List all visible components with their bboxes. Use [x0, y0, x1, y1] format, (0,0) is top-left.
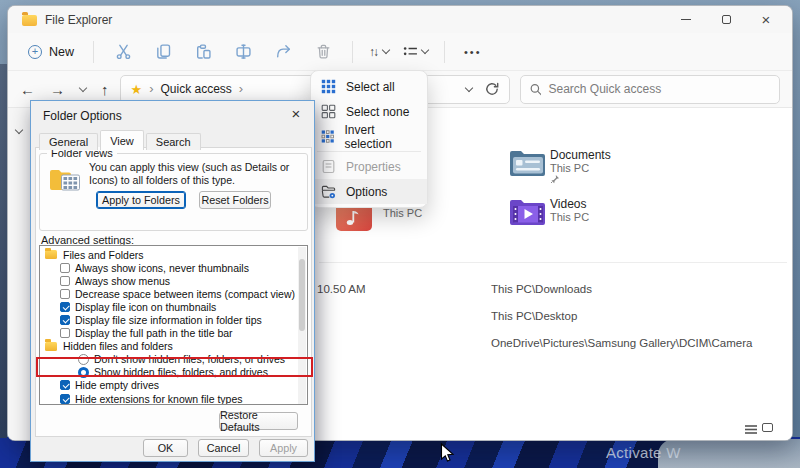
see-more-button[interactable]: ••• — [454, 46, 492, 58]
apply-button[interactable]: Apply — [259, 439, 308, 457]
setting-row[interactable]: Hide extensions for known file types — [40, 392, 307, 405]
videos-folder-icon[interactable] — [509, 196, 547, 226]
breadcrumb-chevron[interactable]: › — [239, 81, 243, 96]
advanced-settings-list[interactable]: Files and Folders Always show icons, nev… — [39, 245, 308, 405]
forward-button[interactable]: → — [50, 81, 65, 98]
apply-to-folders-button[interactable]: Apply to Folders — [96, 191, 186, 209]
search-box[interactable] — [520, 75, 781, 104]
setting-row[interactable]: Display the full path in the title bar — [40, 327, 307, 340]
search-icon — [530, 83, 542, 96]
folder-views-description: You can apply this view (such as Details… — [89, 161, 299, 186]
divider — [352, 41, 353, 63]
settings-group: Hidden files and folders — [40, 340, 307, 353]
divider — [93, 41, 94, 63]
copy-button[interactable] — [143, 36, 183, 68]
tab-view[interactable]: View — [100, 130, 144, 150]
recent-item-path[interactable]: OneDrive\Pictures\Samsung Gallery\DCIM\C… — [491, 337, 752, 349]
dialog-close-button[interactable]: × — [286, 105, 306, 122]
setting-row[interactable]: Decrease space between items (compact vi… — [40, 287, 307, 300]
mouse-cursor — [440, 443, 455, 464]
cancel-button[interactable]: Cancel — [198, 439, 249, 457]
checkbox-icon[interactable] — [60, 302, 70, 312]
setting-row[interactable]: Always show icons, never thumbnails — [40, 261, 307, 274]
menu-item-options[interactable]: Options — [311, 179, 427, 204]
divider — [444, 41, 445, 63]
nav-buttons: ← → ↑ — [20, 81, 109, 98]
checkbox-icon[interactable] — [60, 263, 70, 273]
back-button[interactable]: ← — [20, 81, 35, 98]
cut-button[interactable] — [103, 36, 143, 68]
tab-search[interactable]: Search — [146, 133, 201, 150]
maximize-button[interactable] — [706, 7, 746, 33]
desktop-edge — [0, 64, 7, 438]
recent-item-path[interactable]: This PC\Desktop — [491, 310, 577, 322]
share-button[interactable] — [263, 36, 303, 68]
menu-item-label: Select none — [346, 105, 409, 119]
up-button[interactable]: ↑ — [101, 81, 109, 98]
music-tile-location: This PC — [383, 207, 422, 219]
select-none-icon — [321, 104, 336, 119]
thumbnail-view-toggle[interactable] — [762, 423, 773, 432]
reset-folders-button[interactable]: Reset Folders — [199, 191, 271, 209]
menu-item-label: Invert selection — [344, 123, 417, 151]
setting-row[interactable]: Display file size information in folder … — [40, 313, 307, 326]
videos-tile-name[interactable]: Videos — [550, 197, 586, 211]
breadcrumb-location[interactable]: Quick access — [161, 82, 232, 96]
paste-button[interactable] — [183, 36, 223, 68]
list-scrollbar[interactable] — [298, 247, 306, 405]
scrollbar-thumb[interactable] — [299, 259, 305, 331]
plus-icon: + — [28, 45, 42, 59]
checkbox-icon[interactable] — [60, 315, 70, 325]
rename-button[interactable] — [223, 36, 263, 68]
options-icon — [321, 184, 336, 199]
tab-general[interactable]: General — [39, 133, 98, 150]
recent-locations-chevron[interactable] — [79, 83, 87, 91]
setting-label: Hide extensions for known file types — [75, 393, 243, 405]
close-button[interactable]: × — [746, 7, 786, 33]
ok-button[interactable]: OK — [143, 439, 188, 457]
details-view-toggle[interactable] — [745, 424, 757, 435]
checkbox-icon[interactable] — [60, 328, 70, 338]
documents-folder-icon[interactable] — [509, 147, 547, 177]
menu-separator — [317, 151, 421, 152]
setting-label: Decrease space between items (compact vi… — [75, 288, 295, 300]
setting-label: Display file icon on thumbnails — [75, 301, 216, 313]
address-bar-controls — [466, 82, 499, 96]
view-button[interactable] — [396, 36, 435, 68]
refresh-icon[interactable] — [485, 82, 499, 96]
menu-item-select-none[interactable]: Select none — [311, 99, 427, 124]
invert-selection-icon — [321, 129, 334, 144]
folder-icon — [45, 250, 57, 259]
checkbox-icon[interactable] — [60, 380, 70, 390]
documents-tile-name[interactable]: Documents — [550, 148, 611, 162]
address-dropdown-chevron[interactable] — [464, 83, 472, 91]
setting-row[interactable]: Always show menus — [40, 274, 307, 287]
setting-row[interactable]: Hide empty drives — [40, 379, 307, 392]
menu-item-label: Properties — [346, 160, 401, 174]
checkbox-icon[interactable] — [60, 276, 70, 286]
window-title: File Explorer — [45, 13, 112, 27]
dialog-title: Folder Options — [43, 109, 122, 123]
setting-row[interactable]: Display file icon on thumbnails — [40, 300, 307, 313]
checkbox-icon[interactable] — [60, 289, 70, 299]
menu-item-select-all[interactable]: Select all — [311, 74, 427, 99]
new-button[interactable]: + New — [18, 40, 84, 64]
minimize-button[interactable] — [666, 7, 706, 33]
search-input[interactable] — [548, 82, 770, 96]
restore-defaults-button[interactable]: Restore Defaults — [219, 412, 298, 430]
group-label: Hidden files and folders — [63, 340, 173, 352]
checkbox-icon[interactable] — [60, 394, 70, 404]
menu-item-label: Options — [346, 185, 387, 199]
title-bar: File Explorer × — [8, 6, 792, 33]
menu-item-invert-selection[interactable]: Invert selection — [311, 124, 427, 149]
sort-button[interactable]: ↑↓ — [362, 36, 396, 68]
setting-label: Display the full path in the title bar — [75, 327, 233, 339]
setting-label: Hide empty drives — [75, 379, 159, 391]
pin-icon — [550, 174, 560, 184]
select-all-icon — [321, 79, 336, 94]
menu-item-properties: Properties — [311, 154, 427, 179]
view-icon — [403, 44, 418, 59]
delete-button[interactable] — [303, 36, 343, 68]
nav-collapse-chevron[interactable] — [15, 126, 23, 134]
recent-item-path[interactable]: This PC\Downloads — [491, 283, 592, 295]
